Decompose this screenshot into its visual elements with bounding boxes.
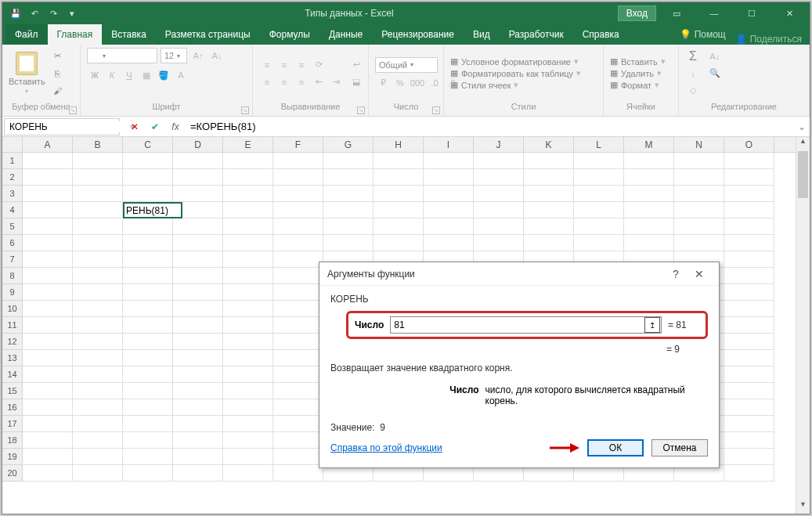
cell[interactable]	[323, 202, 374, 218]
fill-color-icon[interactable]: 🪣	[156, 68, 171, 82]
cell[interactable]	[23, 416, 73, 432]
cell[interactable]	[123, 202, 173, 218]
cell[interactable]	[724, 334, 774, 350]
tab-review[interactable]: Рецензирование	[372, 24, 464, 45]
login-button[interactable]: Вход	[618, 5, 656, 21]
cell[interactable]	[474, 202, 524, 218]
format-painter-icon[interactable]: 🖌	[50, 84, 66, 98]
cell[interactable]	[23, 202, 73, 218]
row-header[interactable]: 1	[2, 153, 23, 169]
row-header[interactable]: 5	[2, 218, 23, 235]
cell[interactable]	[23, 218, 73, 235]
cell[interactable]	[173, 301, 223, 317]
cell[interactable]	[73, 153, 123, 169]
fx-icon[interactable]: fx	[165, 118, 186, 135]
italic-button[interactable]: К	[104, 68, 120, 82]
cell[interactable]	[724, 301, 774, 317]
cell[interactable]	[223, 383, 273, 399]
cell[interactable]	[674, 218, 724, 235]
conditional-formatting[interactable]: ▦Условное форматирование▾	[450, 56, 581, 67]
cell[interactable]	[223, 153, 273, 169]
row-header[interactable]: 15	[2, 383, 23, 399]
column-header[interactable]: N	[674, 137, 724, 152]
column-header[interactable]: A	[23, 137, 73, 152]
vertical-scrollbar[interactable]: ▲ ▼	[796, 137, 810, 514]
row-header[interactable]: 16	[2, 399, 23, 416]
row-header[interactable]: 12	[2, 334, 23, 350]
cell[interactable]	[73, 350, 123, 366]
cell[interactable]	[223, 186, 273, 202]
cell[interactable]	[123, 169, 173, 186]
cell[interactable]	[323, 169, 374, 186]
cell[interactable]	[273, 334, 323, 350]
tab-formulas[interactable]: Формулы	[260, 24, 319, 45]
row-header[interactable]: 4	[2, 202, 23, 218]
cell[interactable]	[323, 153, 374, 169]
cell[interactable]	[23, 153, 73, 169]
cell[interactable]	[173, 251, 223, 268]
qat-custom-icon[interactable]: ▾	[63, 5, 81, 22]
cell[interactable]	[424, 202, 474, 218]
cell[interactable]	[223, 284, 273, 301]
font-combo[interactable]: ▾	[87, 48, 157, 63]
insert-cells[interactable]: ▦Вставить▾	[610, 56, 666, 67]
cell[interactable]	[173, 218, 223, 235]
scrollbar-thumb[interactable]	[798, 151, 808, 198]
cell[interactable]	[674, 169, 724, 186]
tab-developer[interactable]: Разработчик	[500, 24, 573, 45]
cell[interactable]	[223, 449, 273, 465]
indent-dec-icon[interactable]: ⇤	[311, 75, 327, 89]
cell[interactable]	[73, 366, 123, 383]
dialog-launcher-icon[interactable]: ↘	[69, 106, 77, 114]
align-middle-icon[interactable]: ≡	[276, 58, 292, 72]
paste-button[interactable]: Вставить ▾	[9, 52, 45, 95]
border-icon[interactable]: ▦	[139, 68, 154, 82]
cell[interactable]	[273, 465, 323, 482]
tab-file[interactable]: Файл	[5, 24, 48, 45]
cell[interactable]	[624, 153, 674, 169]
cell[interactable]	[173, 186, 223, 202]
cell[interactable]	[574, 202, 624, 218]
cell[interactable]	[524, 153, 574, 169]
inc-decimal-icon[interactable]: .0	[427, 76, 442, 90]
cell[interactable]	[173, 350, 223, 366]
cell[interactable]	[273, 284, 323, 301]
cell[interactable]	[223, 334, 273, 350]
cell[interactable]	[173, 399, 223, 416]
cell[interactable]	[223, 251, 273, 268]
cell[interactable]	[223, 235, 273, 251]
cell[interactable]	[123, 449, 173, 465]
cell[interactable]	[23, 383, 73, 399]
cell[interactable]	[323, 235, 374, 251]
cell[interactable]	[424, 235, 474, 251]
cell[interactable]	[424, 218, 474, 235]
cell[interactable]	[73, 449, 123, 465]
cell[interactable]	[173, 334, 223, 350]
column-header[interactable]: E	[223, 137, 273, 152]
cell[interactable]	[173, 268, 223, 284]
cell[interactable]	[123, 465, 173, 482]
cell[interactable]	[173, 366, 223, 383]
range-select-icon[interactable]: ↥	[644, 317, 660, 333]
cell[interactable]	[173, 317, 223, 334]
cell[interactable]	[374, 218, 424, 235]
arg-input[interactable]	[391, 319, 644, 330]
close-button[interactable]: ✕	[772, 2, 807, 24]
row-header[interactable]: 20	[2, 465, 23, 482]
cell[interactable]	[624, 202, 674, 218]
cell[interactable]	[524, 202, 574, 218]
column-header[interactable]: I	[424, 137, 474, 152]
cell[interactable]	[223, 218, 273, 235]
ribbon-display-icon[interactable]: ▭	[659, 2, 694, 24]
increase-font-icon[interactable]: A↑	[190, 49, 206, 63]
cell[interactable]	[474, 153, 524, 169]
cell[interactable]	[23, 432, 73, 449]
row-header[interactable]: 18	[2, 432, 23, 449]
redo-icon[interactable]: ↷	[45, 5, 62, 22]
formula-input[interactable]	[186, 121, 794, 132]
cut-icon[interactable]: ✂	[50, 49, 66, 63]
cell[interactable]	[23, 251, 73, 268]
cell[interactable]	[724, 284, 774, 301]
cell[interactable]	[173, 465, 223, 482]
row-header[interactable]: 19	[2, 449, 23, 465]
